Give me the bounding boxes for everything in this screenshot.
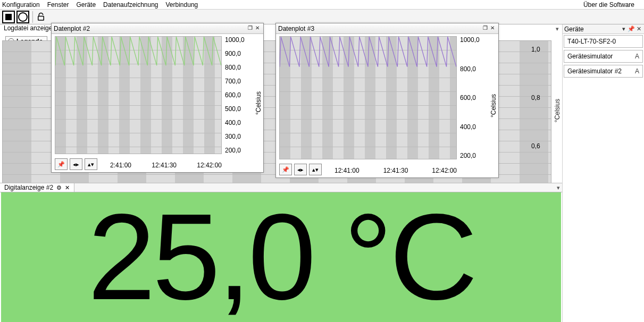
device-item[interactable]: T40-LT-70-SF2-0 [564,35,643,48]
digital-tab-label: Digitalanzeige #2 [4,184,53,191]
plot3-pin-button[interactable]: 📌 [279,164,292,175]
svg-rect-0 [38,16,44,20]
menu-fenster[interactable]: Fenster [47,1,69,9]
toolbar [0,10,644,24]
plot3-y-ticks: 1000,0800,0600,0400,0200,0 [460,36,489,159]
menu-konfiguration[interactable]: Konfiguration [2,1,40,9]
record-button[interactable] [16,11,29,23]
plot2-toolbar: 📌 ◂▸ ▴▾ [55,158,97,170]
background-pin-icon[interactable]: ▾ [556,26,559,32]
plot3-chart [279,36,457,159]
devices-header-label: Geräte [564,26,620,33]
menu-verbindung[interactable]: Verbindung [166,1,198,9]
plot2-close-icon[interactable]: ✕ [254,25,261,32]
devices-list: T40-LT-70-SF2-0 Gerätesimulator A Geräte… [563,34,644,79]
digital-value: 25,0 °C [88,196,475,318]
logfile-tab-label: Logdatei anzeigen [2,24,57,32]
plot-window-2[interactable]: Datenplot #2 ❐ ✕ ▾ Legende [51,23,264,173]
plot2-pin-button[interactable]: 📌 [55,158,68,170]
plot2-y-axis-label: °Celsius [255,91,262,115]
plot2-y-ticks: 1000,0900,0800,0700,0600,0500,0400,0300,… [225,36,254,154]
plot3-title: Datenplot #3 [278,25,481,32]
plot3-close-icon[interactable]: ✕ [489,25,496,32]
plot2-maximize-icon[interactable]: ❐ [246,25,254,32]
plot2-title: Datenplot #2 [54,25,246,32]
devices-panel: Geräte ▾ 📌 ✕ T40-LT-70-SF2-0 Gerätesimul… [562,24,644,322]
plot3-pan-button[interactable]: ◂▸ [294,164,307,175]
plot3-x-ticks: 12:41:0012:41:3012:42:00 [334,167,457,174]
gear-icon[interactable]: ⚙ [56,184,62,191]
plot2-pan-button[interactable]: ◂▸ [70,158,82,170]
close-icon[interactable]: ✕ [65,184,70,191]
plot2-x-ticks: 2:41:0012:41:3012:42:00 [110,162,222,169]
lock-icon[interactable] [35,11,47,23]
digital-tab-row: Digitalanzeige #2 ⚙ ✕ ▾ [0,183,562,192]
digital-pin-icon[interactable]: ▾ [555,184,562,191]
toolbar-separator [32,11,33,23]
plot3-y-axis-label: °Celsius [490,94,497,117]
devices-pin-icon[interactable]: 📌 [628,26,635,32]
stop-button[interactable] [2,11,15,23]
menu-datenaufzeichnung[interactable]: Datenaufzeichnung [103,1,158,9]
background-area: Logdatei anzeigen ▾ ▾ Legende °Celsius 1… [0,24,562,322]
plot2-chart [55,36,222,154]
plot3-titlebar[interactable]: Datenplot #3 ❐ ✕ [276,23,498,34]
menu-about[interactable]: Über die Software [583,1,634,9]
digital-display: 25,0 °C [1,192,561,322]
plot2-titlebar[interactable]: Datenplot #2 ❐ ✕ [52,23,263,34]
plot3-maximize-icon[interactable]: ❐ [481,25,489,32]
plot3-toolbar: 📌 ◂▸ ▴▾ [279,164,322,175]
devices-header: Geräte ▾ 📌 ✕ [563,24,644,34]
menu-geraete[interactable]: Geräte [76,1,96,9]
menubar: Konfiguration Fenster Geräte Datenaufzei… [0,0,644,10]
digital-tab[interactable]: Digitalanzeige #2 ⚙ ✕ [0,183,74,192]
device-item[interactable]: Gerätesimulator A [564,50,643,63]
plot-window-3[interactable]: Datenplot #3 ❐ ✕ ▾ Legende [275,23,499,178]
bg-y-axis-label: °Celsius [554,99,561,122]
plot3-zoom-button[interactable]: ▴▾ [309,164,322,175]
device-item[interactable]: Gerätesimulator #2 A [564,65,643,78]
devices-close-icon[interactable]: ✕ [635,26,642,32]
plot2-zoom-button[interactable]: ▴▾ [85,158,97,170]
devices-dropdown-icon[interactable]: ▾ [620,26,628,32]
